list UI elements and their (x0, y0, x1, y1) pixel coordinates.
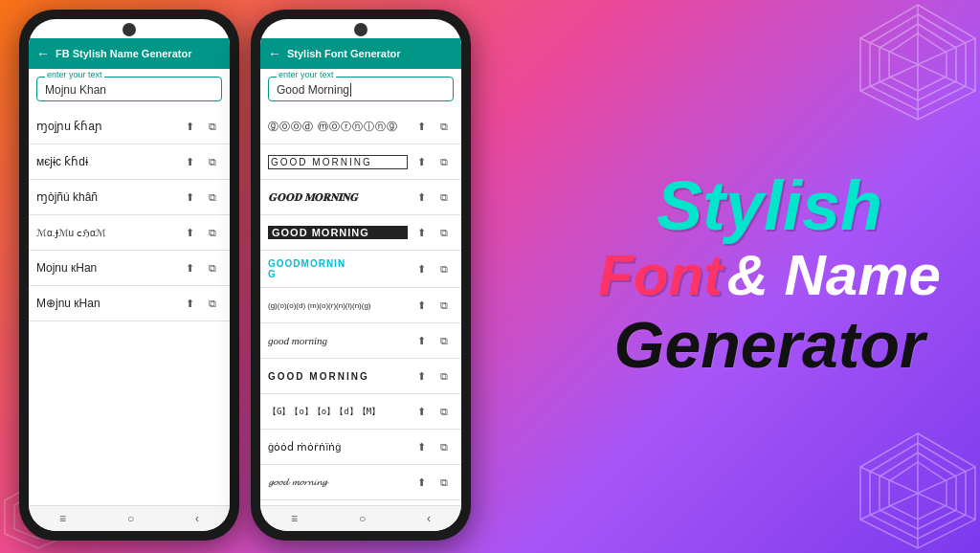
result-text: GOOD MORNING (268, 155, 408, 169)
result-actions: ⬆ ⧉ (412, 437, 454, 456)
share-icon[interactable]: ⬆ (412, 259, 431, 278)
list-item: 【G】【o】【o】【d】【M】 ⬆ ⧉ (260, 394, 461, 430)
result-actions: ⬆ ⧉ (180, 258, 222, 277)
deco-top-right (856, 0, 980, 124)
list-item: (g)(o)(o)(d) (m)(o)(r)(n)(i)(n)(g) ⬆ ⧉ (260, 288, 461, 323)
result-actions: ⬆ ⧉ (412, 296, 454, 315)
share-icon[interactable]: ⬆ (412, 188, 431, 207)
phone-2: ← Stylish Font Generator enter your text… (251, 10, 471, 541)
result-text: ɱojɲu ƙɦaɲ (36, 120, 176, 133)
list-item: мєjɨс ƙɦdɨ ⬆ ⧉ (29, 144, 230, 180)
copy-icon[interactable]: ⧉ (434, 402, 454, 421)
result-text: M⊕jnu кHan (36, 297, 176, 310)
share-icon[interactable]: ⬆ (412, 152, 431, 171)
copy-icon[interactable]: ⧉ (434, 117, 454, 136)
result-text: ġȯȯḋ ṁȯṙṅïṅġ (268, 441, 408, 453)
hero-font-text: Font (598, 243, 723, 307)
share-icon[interactable]: ⬆ (180, 188, 199, 207)
result-text: ɱòjñú khâñ (36, 190, 176, 204)
home-icon[interactable]: ○ (127, 512, 134, 525)
phone1-input-value[interactable]: Mojnu Khan (45, 83, 213, 97)
share-icon[interactable]: ⬆ (180, 223, 199, 242)
result-text: GOOD MORNING (268, 226, 408, 239)
menu-icon[interactable]: ≡ (291, 512, 298, 525)
share-icon[interactable]: ⬆ (412, 402, 431, 421)
phone2-header: ← Stylish Font Generator (260, 38, 461, 69)
result-text: ⓖⓞⓞⓓ ⓜⓞⓡⓝⓘⓝⓖ (268, 120, 408, 134)
result-actions: ⬆ ⧉ (412, 331, 454, 350)
share-icon[interactable]: ⬆ (412, 437, 431, 456)
phone1-input-wrapper: enter your text Mojnu Khan (36, 77, 222, 101)
phone2-results-list: ⓖⓞⓞⓓ ⓜⓞⓡⓝⓘⓝⓖ ⬆ ⧉ GOOD MORNING ⬆ ⧉ 𝐆𝐎𝐎𝐃 𝐌… (260, 109, 461, 505)
phone1-title: FB Stylish Name Generator (56, 48, 191, 59)
list-item: GOODMORNING ⬆ ⧉ (260, 251, 461, 288)
list-item: ℳα.Ɉℳu ϲℌαℳ ⬆ ⧉ (29, 215, 230, 251)
share-icon[interactable]: ⬆ (180, 258, 199, 277)
copy-icon[interactable]: ⧉ (434, 152, 454, 171)
hero-line3: Generator (588, 307, 951, 382)
copy-icon[interactable]: ⧉ (434, 188, 454, 207)
result-text: ℳα.Ɉℳu ϲℌαℳ (36, 228, 176, 238)
copy-icon[interactable]: ⧉ (434, 366, 454, 386)
phone2-input-wrapper: enter your text Good Morning (268, 77, 454, 101)
phone1-nav: ≡ ○ ‹ (29, 505, 230, 531)
camera-notch-1 (122, 23, 136, 36)
list-item: ɱòjñú khâñ ⬆ ⧉ (29, 180, 230, 215)
share-icon[interactable]: ⬆ (180, 152, 199, 171)
hero-and-name-text: & Name (726, 243, 940, 307)
copy-icon[interactable]: ⧉ (203, 152, 222, 171)
copy-icon[interactable]: ⧉ (434, 259, 454, 278)
copy-icon[interactable]: ⧉ (434, 296, 454, 315)
back-nav-icon[interactable]: ‹ (195, 512, 199, 525)
result-actions: ⬆ ⧉ (180, 117, 222, 136)
share-icon[interactable]: ⬆ (412, 296, 431, 315)
phone1-input-label: enter your text (45, 70, 104, 79)
copy-icon[interactable]: ⧉ (434, 473, 454, 492)
result-text: 𝐆𝐎𝐎𝐃 𝐌𝐎𝐑𝐍𝐈𝐍𝐆 (268, 191, 408, 204)
result-text: мєjɨс ƙɦdɨ (36, 155, 176, 168)
copy-icon[interactable]: ⧉ (203, 258, 222, 277)
result-actions: ⬆ ⧉ (180, 223, 222, 242)
copy-icon[interactable]: ⧉ (203, 294, 222, 313)
phone-1: ← FB Stylish Name Generator enter your t… (19, 10, 239, 541)
list-item: Mojnu кHan ⬆ ⧉ (29, 251, 230, 286)
share-icon[interactable]: ⬆ (412, 331, 431, 350)
list-item: GOOD MORNING ⬆ ⧉ (260, 215, 461, 251)
phone2-input-value[interactable]: Good Morning (277, 83, 445, 97)
copy-icon[interactable]: ⧉ (203, 223, 222, 242)
copy-icon[interactable]: ⧉ (434, 437, 454, 456)
share-icon[interactable]: ⬆ (412, 117, 431, 136)
result-text: Mojnu кHan (36, 261, 176, 275)
copy-icon[interactable]: ⧉ (434, 223, 454, 242)
share-icon[interactable]: ⬆ (412, 366, 431, 386)
result-actions: ⬆ ⧉ (412, 402, 454, 421)
menu-icon[interactable]: ≡ (59, 512, 66, 525)
share-icon[interactable]: ⬆ (412, 473, 431, 492)
list-item: ġȯȯḋ ṁȯṙṅïṅġ ⬆ ⧉ (260, 430, 461, 465)
home-icon[interactable]: ○ (359, 512, 366, 525)
share-icon[interactable]: ⬆ (180, 294, 199, 313)
phone1-back-button[interactable]: ← (36, 46, 50, 61)
list-item: good morning ⬆ ⧉ (260, 323, 461, 359)
phone-1-screen: ← FB Stylish Name Generator enter your t… (29, 19, 230, 531)
result-actions: ⬆ ⧉ (412, 259, 454, 278)
phone2-nav: ≡ ○ ‹ (260, 505, 461, 531)
text-cursor (350, 83, 351, 97)
phone2-input-label: enter your text (277, 70, 336, 79)
phone2-back-button[interactable]: ← (268, 46, 281, 61)
phone2-input-area: enter your text Good Morning (260, 69, 461, 109)
hero-line2: Font & Name (588, 244, 951, 307)
phone1-header: ← FB Stylish Name Generator (29, 38, 230, 69)
share-icon[interactable]: ⬆ (180, 117, 199, 136)
copy-icon[interactable]: ⧉ (434, 331, 454, 350)
result-text: GOOD MORNING (268, 371, 408, 382)
copy-icon[interactable]: ⧉ (203, 117, 222, 136)
share-icon[interactable]: ⬆ (412, 223, 431, 242)
list-item: ⓖⓞⓞⓓ ⓜⓞⓡⓝⓘⓝⓖ ⬆ ⧉ (260, 109, 461, 144)
list-item: ɱojɲu ƙɦaɲ ⬆ ⧉ (29, 109, 230, 144)
result-text: (g)(o)(o)(d) (m)(o)(r)(n)(i)(n)(g) (268, 301, 408, 310)
copy-icon[interactable]: ⧉ (203, 188, 222, 207)
list-item: GOOD MORNING ⬆ ⧉ (260, 144, 461, 180)
result-actions: ⬆ ⧉ (412, 366, 454, 386)
back-nav-icon[interactable]: ‹ (427, 512, 431, 525)
